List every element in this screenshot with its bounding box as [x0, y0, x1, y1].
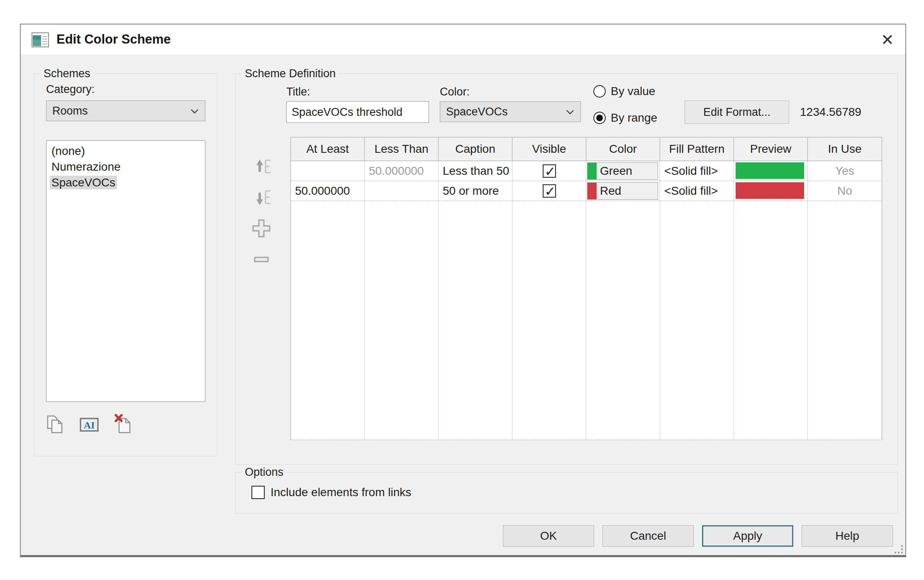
table-header-row: At Least Less Than Caption Visible Color…	[291, 137, 882, 161]
col-preview: Preview	[734, 137, 808, 161]
delete-scheme-button[interactable]	[112, 413, 135, 436]
color-field-label: Color:	[440, 86, 470, 98]
color-chip	[588, 183, 597, 199]
preview-cell	[734, 161, 808, 181]
add-icon	[250, 217, 273, 240]
visible-cell	[512, 161, 586, 181]
scheme-definition-group: Scheme Definition Title: Color: SpaceVOC…	[235, 73, 898, 465]
apply-button[interactable]: Apply	[702, 525, 793, 547]
edit-color-scheme-dialog: Edit Color Scheme ✕ Schemes Category: Ro…	[20, 24, 906, 557]
caption-cell[interactable]: Less than 50	[439, 161, 512, 181]
caption-cell[interactable]: 50 or more	[439, 181, 512, 201]
radio-circle	[593, 85, 606, 98]
move-row-up-button[interactable]	[250, 155, 273, 179]
duplicate-icon	[44, 414, 66, 435]
edit-format-button[interactable]: Edit Format...	[685, 100, 789, 124]
col-in-use: In Use	[808, 137, 882, 161]
scheme-list-item-none[interactable]: (none)	[50, 143, 202, 159]
color-parameter-value: SpaceVOCs	[446, 105, 508, 118]
close-button[interactable]: ✕	[876, 29, 899, 51]
color-name: Red	[597, 183, 621, 199]
schemes-group: Schemes Category: Rooms (none) Numerazio…	[34, 73, 217, 456]
col-less-than: Less Than	[365, 137, 439, 161]
visible-cell	[512, 181, 586, 201]
visible-checkbox[interactable]	[543, 164, 556, 178]
by-range-label: By range	[611, 111, 657, 125]
scheme-definition-group-label: Scheme Definition	[241, 67, 339, 80]
col-fill-pattern: Fill Pattern	[660, 137, 734, 161]
chevron-down-icon	[565, 108, 575, 117]
chevron-down-icon	[189, 107, 200, 116]
color-name: Green	[597, 163, 632, 179]
include-links-label: Include elements from links	[271, 486, 411, 499]
scheme-title-input[interactable]	[286, 101, 429, 123]
color-scheme-table: At Least Less Than Caption Visible Color…	[290, 137, 882, 440]
color-cell: Red	[586, 181, 660, 201]
color-parameter-select[interactable]: SpaceVOCs	[440, 101, 581, 122]
by-range-radio[interactable]: By range	[593, 111, 657, 125]
color-scheme-dialog-icon	[32, 32, 49, 47]
at-least-cell[interactable]	[291, 161, 365, 181]
col-visible: Visible	[512, 137, 586, 161]
options-group-label: Options	[241, 466, 287, 479]
include-links-checkbox[interactable]	[251, 486, 265, 499]
row-tools	[250, 155, 276, 278]
move-up-icon	[250, 155, 273, 179]
rename-icon: AI	[78, 414, 100, 435]
remove-icon	[250, 247, 273, 271]
move-down-icon	[250, 186, 273, 209]
by-value-label: By value	[611, 85, 655, 98]
color-cell: Green	[586, 161, 660, 181]
col-at-least: At Least	[291, 137, 365, 161]
at-least-cell[interactable]: 50.000000	[291, 181, 365, 201]
radio-circle-selected	[593, 112, 606, 124]
in-use-cell: No	[808, 181, 882, 201]
ok-button[interactable]: OK	[503, 525, 594, 547]
fill-pattern-cell[interactable]: <Solid fill>	[660, 181, 734, 201]
color-chip	[588, 163, 597, 179]
preview-swatch	[736, 182, 804, 199]
svg-text:AI: AI	[84, 420, 95, 431]
resize-grip[interactable]	[894, 544, 903, 553]
category-label: Category:	[46, 83, 95, 96]
dialog-title: Edit Color Scheme	[56, 32, 171, 47]
scheme-list-item-spacevocs[interactable]: SpaceVOCs	[50, 175, 202, 191]
preview-swatch	[736, 162, 804, 179]
col-caption: Caption	[439, 137, 512, 161]
category-select[interactable]: Rooms	[46, 100, 205, 121]
help-button[interactable]: Help	[802, 525, 893, 547]
color-picker-button[interactable]: Red	[587, 182, 658, 200]
format-sample-value: 1234.56789	[800, 105, 861, 119]
preview-cell	[734, 181, 808, 201]
delete-icon	[112, 414, 134, 435]
visible-checkbox[interactable]	[543, 184, 556, 198]
less-than-cell[interactable]: 50.000000	[365, 161, 439, 181]
col-color: Color	[586, 137, 660, 161]
schemes-group-label: Schemes	[40, 67, 94, 80]
scheme-list: (none) Numerazione SpaceVOCs	[46, 140, 205, 402]
remove-row-button[interactable]	[250, 247, 273, 271]
table-empty-area	[291, 201, 882, 440]
duplicate-scheme-button[interactable]	[44, 413, 67, 436]
add-row-button[interactable]	[250, 217, 273, 240]
category-value: Rooms	[52, 105, 88, 117]
fill-pattern-cell[interactable]: <Solid fill>	[660, 161, 734, 181]
less-than-cell[interactable]	[365, 181, 439, 201]
move-row-down-button[interactable]	[250, 186, 273, 209]
include-links-checkbox-row[interactable]: Include elements from links	[251, 486, 411, 499]
color-picker-button[interactable]: Green	[587, 162, 658, 180]
table-row: 50.000000 Less than 50 Green <Solid fill…	[291, 161, 882, 181]
title-bar: Edit Color Scheme ✕	[21, 24, 905, 55]
rename-scheme-button[interactable]: AI	[78, 413, 101, 436]
scheme-list-item-numerazione[interactable]: Numerazione	[50, 159, 202, 175]
in-use-cell: Yes	[808, 161, 882, 181]
options-group: Options Include elements from links	[235, 472, 898, 514]
table-row: 50.000000 50 or more Red <Solid fill> No	[291, 181, 882, 201]
scheme-tools: AI	[44, 413, 135, 436]
cancel-button[interactable]: Cancel	[602, 525, 694, 547]
title-field-label: Title:	[286, 86, 310, 98]
by-value-radio[interactable]: By value	[593, 85, 655, 98]
